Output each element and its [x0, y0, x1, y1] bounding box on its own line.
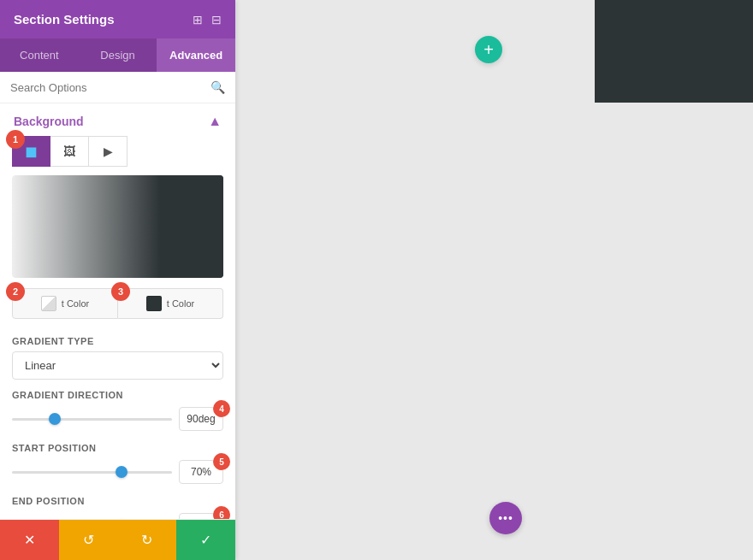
search-icon: 🔍: [210, 80, 225, 94]
end-color-btn[interactable]: 3 t Color: [118, 288, 223, 319]
start-color-label: t Color: [62, 298, 89, 309]
gradient-direction-value: 90deg 4: [179, 407, 223, 431]
background-title: Background: [14, 115, 84, 128]
collapse-toggle[interactable]: ▲: [208, 114, 222, 129]
bg-type-row: 1 ◼ 🖼 ▶: [0, 136, 235, 175]
panel-header: Section Settings ⊞ ⊟: [0, 0, 235, 38]
more-options-button[interactable]: •••: [489, 502, 522, 534]
main-content: + •••: [235, 0, 753, 560]
add-section-button[interactable]: +: [475, 36, 502, 63]
gradient-preview: [12, 175, 223, 278]
expand-icon[interactable]: ⊞: [193, 13, 203, 27]
undo-icon: ↺: [83, 532, 94, 548]
image-icon: 🖼: [63, 144, 75, 158]
save-button[interactable]: ✓: [176, 520, 235, 560]
start-position-row: 70% 5: [12, 460, 223, 484]
gradient-type-select[interactable]: Linear Radial Conic: [12, 351, 223, 380]
header-icons: ⊞ ⊟: [193, 13, 222, 27]
bg-type-video[interactable]: ▶: [89, 136, 127, 167]
undo-button[interactable]: ↺: [59, 520, 118, 560]
bg-type-color[interactable]: 1 ◼: [12, 136, 50, 167]
cancel-icon: ✕: [24, 532, 35, 548]
tab-content[interactable]: Content: [0, 38, 79, 72]
cancel-button[interactable]: ✕: [0, 520, 59, 560]
start-position-group: Start Position 70% 5: [0, 439, 235, 492]
tab-design[interactable]: Design: [79, 38, 157, 72]
search-input[interactable]: [10, 81, 204, 94]
step-3-badge: 3: [111, 282, 130, 301]
end-color-label: t Color: [167, 298, 194, 309]
tab-advanced[interactable]: Advanced: [157, 38, 235, 72]
grid-icon[interactable]: ⊟: [211, 13, 222, 27]
end-position-value: 70% 6: [179, 513, 223, 519]
color-icon: ◼: [25, 142, 38, 161]
background-section-header: Background ▲: [0, 103, 235, 136]
gradient-type-field: Gradient Type Linear Radial Conic: [0, 329, 235, 386]
step-6-badge: 6: [213, 506, 230, 519]
gradient-direction-slider[interactable]: [12, 418, 172, 421]
panel-title: Section Settings: [14, 12, 115, 27]
start-position-value: 70% 5: [179, 460, 223, 484]
end-position-group: End Position 70% 6: [0, 492, 235, 519]
end-color-swatch: [146, 296, 162, 311]
color-stops-row: 2 t Color 3 t Color: [0, 288, 235, 329]
search-bar: 🔍: [0, 72, 235, 103]
panel-content: Background ▲ 1 ◼ 🖼 ▶: [0, 103, 235, 519]
plus-icon: +: [483, 40, 494, 60]
start-color-swatch: [41, 296, 56, 311]
end-position-label: End Position: [12, 496, 223, 506]
more-icon: •••: [498, 511, 513, 525]
start-position-label: Start Position: [12, 443, 223, 453]
gradient-direction-label: Gradient Direction: [12, 390, 223, 400]
redo-icon: ↻: [141, 532, 152, 548]
start-color-btn[interactable]: 2 t Color: [12, 288, 118, 319]
preview-box: [595, 0, 753, 103]
step-4-badge: 4: [213, 400, 230, 417]
gradient-direction-group: Gradient Direction 90deg 4: [0, 386, 235, 439]
gradient-type-label: Gradient Type: [12, 336, 223, 346]
end-position-row: 70% 6: [12, 513, 223, 519]
tabs: Content Design Advanced: [0, 38, 235, 72]
gradient-direction-row: 90deg 4: [12, 407, 223, 431]
start-position-slider[interactable]: [12, 471, 172, 474]
bottom-toolbar: ✕ ↺ ↻ ✓: [0, 519, 235, 560]
step-2-badge: 2: [6, 282, 25, 301]
video-icon: ▶: [104, 144, 113, 158]
bg-type-image[interactable]: 🖼: [50, 136, 89, 167]
settings-panel: Section Settings ⊞ ⊟ Content Design Adva…: [0, 0, 235, 560]
step-1-badge: 1: [6, 130, 25, 149]
save-icon: ✓: [200, 532, 211, 548]
redo-button[interactable]: ↻: [118, 520, 177, 560]
step-5-badge: 5: [213, 453, 230, 470]
